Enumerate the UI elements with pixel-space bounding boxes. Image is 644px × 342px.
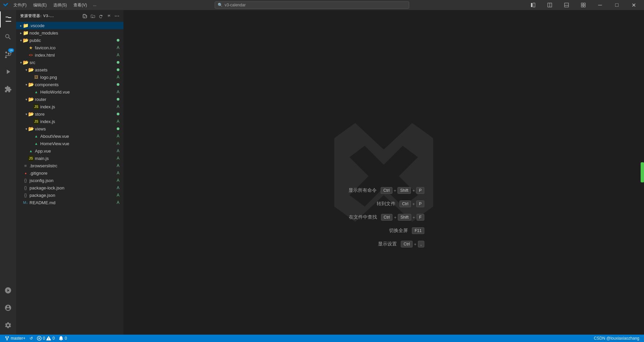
welcome-shortcuts: 显示所有命令 Ctrl + Shift + P 转到文件 Ctrl + P 在文 bbox=[343, 187, 424, 247]
minimize-btn[interactable]: ─ bbox=[592, 0, 608, 10]
statusbar-branch[interactable]: master+ bbox=[3, 335, 28, 342]
scrollbar-indicator[interactable] bbox=[641, 162, 644, 182]
tree-item-gitignore[interactable]: ⬥.gitignoreA bbox=[16, 169, 123, 177]
tree-item-components[interactable]: ▾📂components bbox=[16, 81, 123, 88]
shortcut-row-fullscreen: 切换全屏 F11 bbox=[343, 227, 424, 234]
modified-dot bbox=[117, 98, 119, 101]
svg-rect-8 bbox=[581, 5, 583, 7]
new-folder-btn[interactable] bbox=[89, 12, 97, 20]
added-badge: A bbox=[117, 193, 122, 197]
sidebar-layout-btn[interactable] bbox=[525, 0, 541, 10]
tree-item-app_vue[interactable]: ▲App.vueA bbox=[16, 147, 123, 155]
editor-area: 显示所有命令 Ctrl + Shift + P 转到文件 Ctrl + P 在文 bbox=[123, 10, 644, 335]
spacer bbox=[24, 46, 28, 50]
activity-extensions[interactable] bbox=[0, 81, 16, 97]
statusbar-sync[interactable]: ↺ bbox=[28, 335, 35, 342]
tree-item-views[interactable]: ▾📂views bbox=[16, 125, 123, 132]
menu-edit[interactable]: 编辑(E) bbox=[31, 2, 49, 9]
activity-explorer[interactable] bbox=[0, 11, 16, 27]
tree-item-helloworld[interactable]: ▲HelloWorld.vueA bbox=[16, 88, 123, 96]
menu-file[interactable]: 文件(F) bbox=[11, 2, 29, 9]
statusbar: master+ ↺ 0 0 0 CSDN @louxiaxiaozhang bbox=[0, 335, 644, 342]
added-badge: A bbox=[117, 149, 122, 153]
activity-remote[interactable] bbox=[0, 282, 16, 298]
collapse-btn[interactable] bbox=[105, 12, 113, 20]
tree-item-src[interactable]: ▾📂src bbox=[16, 59, 123, 66]
tree-item-router_index[interactable]: JSindex.jsA bbox=[16, 103, 123, 110]
spacer bbox=[24, 149, 28, 153]
folder-open-icon: 📂 bbox=[28, 67, 34, 72]
shortcut-label-find: 在文件中查找 bbox=[343, 214, 377, 220]
js-icon: JS bbox=[34, 104, 39, 109]
spacer bbox=[19, 201, 23, 205]
tree-item-store_index[interactable]: JSindex.jsA bbox=[16, 118, 123, 125]
filename-label: jsconfig.json bbox=[30, 178, 117, 183]
more-actions-btn[interactable]: ··· bbox=[113, 12, 121, 20]
spacer bbox=[19, 164, 23, 168]
file-tree: ▸📁.vscode▸📁node_modules▾📂public★favicon.… bbox=[16, 22, 123, 335]
tree-item-assets[interactable]: ▾📂assets bbox=[16, 66, 123, 73]
vue-icon: ▲ bbox=[34, 89, 39, 95]
menu-select[interactable]: 选择(S) bbox=[51, 2, 69, 9]
star-icon: ★ bbox=[28, 45, 34, 50]
main-layout: 16 资源管理器: V3-... bbox=[0, 10, 644, 335]
close-btn[interactable]: ✕ bbox=[626, 0, 641, 10]
activity-search[interactable] bbox=[0, 29, 16, 45]
tree-item-vscode[interactable]: ▸📁.vscode bbox=[16, 22, 123, 29]
new-file-btn[interactable] bbox=[81, 12, 89, 20]
spacer bbox=[19, 171, 23, 175]
spacer bbox=[30, 141, 34, 146]
tree-item-home_view[interactable]: ▲HomeView.vueA bbox=[16, 140, 123, 147]
tree-item-router[interactable]: ▾📂router bbox=[16, 96, 123, 103]
menu-view[interactable]: 查看(V) bbox=[71, 2, 90, 9]
shortcut-row-settings: 显示设置 Ctrl + , bbox=[343, 241, 424, 247]
key-plus3: + bbox=[412, 202, 415, 207]
tree-item-about_view[interactable]: ▲AboutView.vueA bbox=[16, 132, 123, 140]
activity-accounts[interactable] bbox=[0, 300, 16, 316]
chevron-icon: ▾ bbox=[24, 112, 28, 116]
filename-label: store bbox=[35, 112, 117, 117]
tree-item-logo_png[interactable]: 🖼logo.pngA bbox=[16, 73, 123, 81]
tree-item-package_json[interactable]: {}package.jsonA bbox=[16, 191, 123, 199]
key-ctrl: Ctrl bbox=[381, 187, 392, 194]
tree-item-public[interactable]: ▾📂public bbox=[16, 37, 123, 44]
tree-item-jsconfig[interactable]: {}jsconfig.jsonA bbox=[16, 177, 123, 184]
tree-item-index_html[interactable]: <>index.htmlA bbox=[16, 51, 123, 59]
source-control-badge: 16 bbox=[8, 48, 14, 52]
menu-more[interactable]: ... bbox=[91, 2, 98, 9]
json-icon: {} bbox=[23, 185, 28, 190]
statusbar-errors[interactable]: 0 0 bbox=[35, 335, 57, 342]
filename-label: favicon.ico bbox=[35, 45, 117, 50]
chevron-icon: ▾ bbox=[24, 127, 28, 131]
filename-label: package.json bbox=[30, 193, 117, 198]
shortcut-keys-fullscreen: F11 bbox=[412, 227, 424, 234]
editor-layout-btn[interactable] bbox=[542, 0, 557, 10]
maximize-btn[interactable]: □ bbox=[609, 0, 625, 10]
tree-item-favicon[interactable]: ★favicon.icoA bbox=[16, 44, 123, 51]
tree-item-readme[interactable]: M↓README.mdA bbox=[16, 199, 123, 206]
statusbar-no-format[interactable]: 0 bbox=[57, 335, 69, 342]
activity-run[interactable] bbox=[0, 64, 16, 80]
activity-source-control[interactable]: 16 bbox=[0, 46, 16, 62]
json-icon: {} bbox=[23, 178, 28, 183]
customize-layout-btn[interactable] bbox=[576, 0, 591, 10]
added-badge: A bbox=[117, 171, 122, 175]
notification-count: 0 bbox=[65, 336, 67, 341]
activity-settings[interactable] bbox=[0, 317, 16, 333]
command-search-box[interactable]: 🔍 v3-calendar bbox=[215, 1, 409, 9]
tree-item-package_lock[interactable]: {}package-lock.jsonA bbox=[16, 184, 123, 191]
filename-label: index.js bbox=[40, 104, 117, 109]
key-plus2: + bbox=[412, 188, 415, 193]
tree-item-store[interactable]: ▾📂store bbox=[16, 110, 123, 118]
filename-label: views bbox=[35, 126, 117, 131]
refresh-btn[interactable] bbox=[97, 12, 105, 20]
activity-bar: 16 bbox=[0, 10, 16, 335]
tree-item-browserslistrc[interactable]: ≡.browserslistrcA bbox=[16, 162, 123, 169]
tree-item-node_modules[interactable]: ▸📁node_modules bbox=[16, 29, 123, 37]
search-icon: 🔍 bbox=[218, 3, 223, 7]
panel-layout-btn[interactable] bbox=[559, 0, 574, 10]
filename-label: .vscode bbox=[30, 23, 122, 28]
filename-label: README.md bbox=[30, 200, 117, 205]
tree-item-main_js[interactable]: JSmain.jsA bbox=[16, 155, 123, 162]
folder-icon: 📁 bbox=[23, 23, 28, 28]
